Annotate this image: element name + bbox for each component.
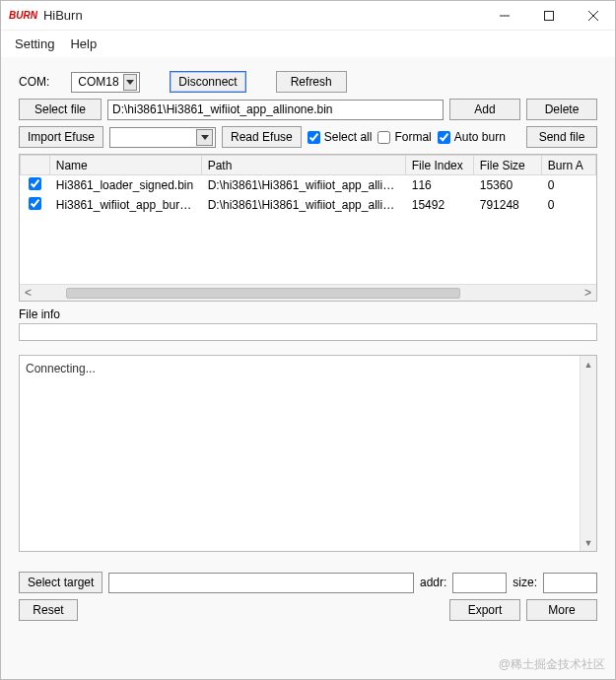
com-label: COM: — [19, 75, 49, 89]
file-info-label: File info — [19, 307, 597, 321]
size-label: size: — [513, 576, 537, 589]
close-icon — [588, 11, 598, 21]
export-button[interactable]: Export — [449, 599, 520, 621]
console: Connecting... ▲ ▼ — [19, 355, 597, 552]
minimize-button[interactable] — [482, 1, 526, 30]
auto-burn-label: Auto burn — [454, 130, 506, 144]
row-check[interactable] — [29, 177, 41, 190]
file-path-input[interactable] — [107, 100, 444, 120]
scroll-down-icon[interactable]: ▼ — [581, 534, 596, 551]
scroll-thumb[interactable] — [66, 288, 460, 299]
table-row[interactable]: Hi3861_wifiiot_app_burn... D:\hi3861\Hi3… — [21, 195, 596, 215]
select-target-button[interactable]: Select target — [19, 572, 103, 593]
menu-setting[interactable]: Setting — [9, 34, 60, 53]
file-table: Name Path File Index File Size Burn A Hi… — [19, 154, 597, 302]
file-info-box[interactable] — [19, 323, 597, 341]
console-v-scrollbar[interactable]: ▲ ▼ — [580, 356, 596, 551]
svg-rect-1 — [544, 11, 553, 20]
titlebar: BURN HiBurn — [1, 1, 615, 31]
svg-marker-5 — [201, 135, 209, 140]
col-path[interactable]: Path — [201, 156, 405, 175]
cell-burn-addr: 0 — [541, 195, 595, 215]
cell-burn-addr: 0 — [541, 175, 595, 196]
addr-label: addr: — [420, 576, 446, 589]
watermark: @稀土掘金技术社区 — [499, 656, 605, 673]
window-controls — [482, 1, 615, 30]
maximize-icon — [544, 11, 554, 21]
cell-file-index: 15492 — [405, 195, 473, 215]
col-check[interactable] — [21, 156, 50, 175]
maximize-button[interactable] — [526, 1, 571, 30]
svg-marker-4 — [126, 80, 134, 85]
chevron-down-icon[interactable] — [196, 129, 213, 146]
select-all-label: Select all — [324, 130, 373, 144]
col-burn-addr[interactable]: Burn A — [541, 156, 595, 175]
cell-path: D:\hi3861\Hi3861_wifiiot_app_allinon... — [201, 195, 405, 215]
delete-button[interactable]: Delete — [526, 99, 597, 120]
cell-name: Hi3861_wifiiot_app_burn... — [49, 195, 201, 215]
close-button[interactable] — [571, 1, 615, 30]
table-h-scrollbar[interactable]: < > — [20, 284, 596, 301]
more-button[interactable]: More — [526, 599, 597, 621]
formal-checkbox[interactable]: Formal — [377, 130, 431, 144]
minimize-icon — [500, 11, 510, 21]
reset-button[interactable]: Reset — [19, 599, 78, 621]
size-input[interactable] — [543, 573, 597, 593]
auto-burn-checkbox[interactable]: Auto burn — [438, 130, 506, 144]
efuse-select[interactable] — [109, 127, 216, 148]
app-logo: BURN — [9, 10, 37, 21]
import-efuse-button[interactable]: Import Efuse — [19, 126, 103, 148]
menubar: Setting Help — [1, 31, 615, 57]
add-button[interactable]: Add — [449, 99, 520, 120]
col-file-size[interactable]: File Size — [473, 156, 541, 175]
chevron-down-icon[interactable] — [123, 74, 138, 91]
target-input[interactable] — [108, 573, 414, 593]
table-header-row: Name Path File Index File Size Burn A — [21, 156, 596, 175]
cell-name: Hi3861_loader_signed.bin — [49, 175, 201, 196]
col-file-index[interactable]: File Index — [405, 156, 473, 175]
cell-file-index: 116 — [405, 175, 473, 196]
cell-file-size: 791248 — [473, 195, 541, 215]
window-title: HiBurn — [43, 8, 83, 23]
table-row[interactable]: Hi3861_loader_signed.bin D:\hi3861\Hi386… — [21, 175, 596, 196]
select-file-button[interactable]: Select file — [19, 99, 102, 120]
disconnect-button[interactable]: Disconnect — [170, 71, 245, 93]
refresh-button[interactable]: Refresh — [276, 71, 347, 93]
cell-path: D:\hi3861\Hi3861_wifiiot_app_allinon... — [201, 175, 405, 196]
com-select[interactable]: COM18 — [71, 72, 140, 93]
cell-file-size: 15360 — [473, 175, 541, 196]
send-file-button[interactable]: Send file — [526, 126, 597, 148]
console-text[interactable]: Connecting... — [20, 356, 580, 551]
scroll-right-icon[interactable]: > — [580, 286, 596, 300]
read-efuse-button[interactable]: Read Efuse — [222, 126, 302, 148]
row-check[interactable] — [29, 197, 41, 210]
formal-input[interactable] — [377, 131, 390, 144]
select-all-checkbox[interactable]: Select all — [308, 130, 373, 144]
scroll-left-icon[interactable]: < — [20, 286, 36, 300]
com-value: COM18 — [78, 75, 118, 89]
addr-input[interactable] — [452, 573, 507, 593]
menu-help[interactable]: Help — [64, 34, 103, 53]
col-name[interactable]: Name — [49, 156, 201, 175]
auto-burn-input[interactable] — [438, 131, 450, 144]
select-all-input[interactable] — [308, 131, 320, 144]
formal-label: Formal — [394, 130, 431, 144]
scroll-up-icon[interactable]: ▲ — [581, 356, 596, 373]
